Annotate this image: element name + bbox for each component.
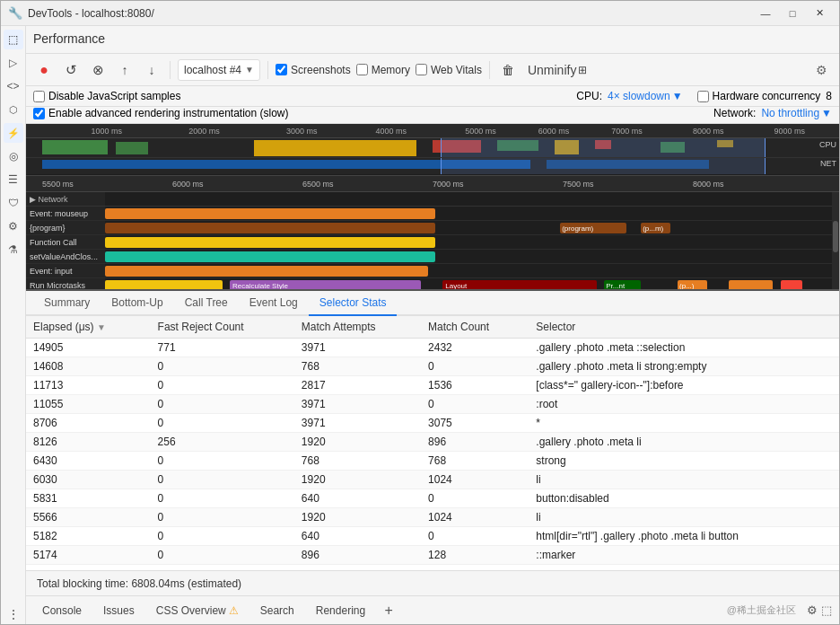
net-track-label: NET xyxy=(820,159,836,168)
memory-checkbox[interactable]: Memory xyxy=(356,64,410,76)
status-bar: Total blocking time: 6808.04ms (estimate… xyxy=(26,570,839,595)
stop-button[interactable]: ⊗ xyxy=(87,59,109,81)
sidebar-elements[interactable]: ⬚ xyxy=(4,30,23,49)
settings-icon-bottom[interactable]: ⚙ xyxy=(807,603,818,617)
disable-js-checkbox[interactable]: Disable JavaScript samples xyxy=(33,90,180,102)
refresh-button[interactable]: ↺ xyxy=(60,59,82,81)
enable-rendering-checkbox[interactable]: Enable advanced rendering instrumentatio… xyxy=(33,107,289,119)
bottom-tab-rendering[interactable]: Rendering xyxy=(307,601,374,621)
run-microtasks-row: Run Microtasks Recalculate Style Layout … xyxy=(26,278,839,291)
bottom-tab-issues[interactable]: Issues xyxy=(94,601,144,621)
tab-call-tree[interactable]: Call Tree xyxy=(174,291,239,316)
cell-match-count: 0 xyxy=(421,489,529,508)
cell-match-attempts: 1920 xyxy=(294,433,421,452)
detail-ruler: 5500 ms 6000 ms 6500 ms 7000 ms 7500 ms … xyxy=(26,176,839,192)
cell-elapsed: 6030 xyxy=(26,471,151,489)
sidebar-more[interactable]: ⋮ xyxy=(4,604,23,624)
cell-match-count: 0 xyxy=(421,395,529,414)
bottom-tab-search[interactable]: Search xyxy=(251,601,303,621)
cell-match-attempts: 1920 xyxy=(294,471,421,489)
col-elapsed[interactable]: Elapsed (μs) ▼ xyxy=(26,316,151,339)
overview-timeline[interactable]: 1000 ms 2000 ms 3000 ms 4000 ms 5000 ms … xyxy=(26,124,839,176)
bottom-bar: Console Issues CSS Overview ⚠ Search Ren… xyxy=(26,595,839,624)
tab-bottom-up[interactable]: Bottom-Up xyxy=(101,291,173,316)
maximize-button[interactable]: □ xyxy=(780,4,805,22)
warning-icon: ⚠ xyxy=(229,604,239,617)
sidebar-network[interactable]: ⬡ xyxy=(4,100,23,119)
cell-selector: :root xyxy=(529,395,839,414)
cpu-track: CPU xyxy=(26,138,839,158)
col-match-attempts[interactable]: Match Attempts xyxy=(294,316,421,339)
main-content: Performance ● ↺ ⊗ ↑ ↓ localhost #4 ▼ Scr… xyxy=(26,26,839,624)
web-vitals-checkbox[interactable]: Web Vitals xyxy=(416,64,482,76)
network-label: Network: xyxy=(713,107,756,119)
close-button[interactable]: ✕ xyxy=(807,4,832,22)
selector-stats-table-container[interactable]: Elapsed (μs) ▼ Fast Reject Count Match A… xyxy=(26,316,839,570)
window: 🔧 DevTools - localhost:8080/ — □ ✕ ⬚ ▷ <… xyxy=(0,0,840,625)
table-row: 14905 771 3971 2432 .gallery .photo .met… xyxy=(26,339,839,357)
cell-elapsed: 14905 xyxy=(26,339,151,357)
col-fast-reject[interactable]: Fast Reject Count xyxy=(151,316,294,339)
record-button[interactable]: ● xyxy=(33,59,55,81)
url-selector[interactable]: localhost #4 ▼ xyxy=(178,59,260,81)
bottom-bar-icons: ⚙ ⬚ xyxy=(807,603,832,617)
cell-selector: [class*=" gallery-icon--"]:before xyxy=(529,376,839,395)
col-selector[interactable]: Selector xyxy=(529,316,839,339)
network-arrow: ▼ xyxy=(821,107,832,119)
more-icon-bottom[interactable]: ⬚ xyxy=(821,603,832,617)
cpu-dropdown[interactable]: 4× slowdown ▼ xyxy=(608,90,683,102)
timeline-selection[interactable] xyxy=(441,138,766,157)
cpu-track-label: CPU xyxy=(819,140,836,149)
sidebar-settings[interactable]: ⚙ xyxy=(4,216,23,236)
add-tab-button[interactable]: + xyxy=(378,600,399,621)
table-row: 14608 0 768 0 .gallery .photo .meta li s… xyxy=(26,357,839,376)
cell-elapsed: 11713 xyxy=(26,376,151,395)
timeline-scrollbar[interactable] xyxy=(832,192,839,289)
table-row: 5174 0 896 128 ::marker xyxy=(26,546,839,565)
cell-match-count: 128 xyxy=(421,546,529,565)
sidebar-application[interactable]: ☰ xyxy=(4,170,23,189)
cell-fast-reject: 256 xyxy=(151,433,294,452)
sidebar-sources[interactable]: <> xyxy=(4,76,23,96)
cell-match-attempts: 1920 xyxy=(294,508,421,527)
set-value-row: setValueAndClos... xyxy=(26,250,839,264)
table-row: 11713 0 2817 1536 [class*=" gallery-icon… xyxy=(26,376,839,395)
col-match-count[interactable]: Match Count xyxy=(421,316,529,339)
timeline-scrollbar-thumb[interactable] xyxy=(833,221,838,252)
trash-button[interactable]: 🗑 xyxy=(497,59,519,81)
table-row: 8126 256 1920 896 .gallery .photo .meta … xyxy=(26,433,839,452)
timeline-ruler: 1000 ms 2000 ms 3000 ms 4000 ms 5000 ms … xyxy=(26,124,839,138)
settings-button[interactable]: ⚙ xyxy=(810,59,832,81)
unminify-button[interactable]: Unminify ⊞ xyxy=(524,59,591,81)
tab-selector-stats[interactable]: Selector Stats xyxy=(309,291,398,316)
bottom-tab-console[interactable]: Console xyxy=(33,601,91,621)
sidebar-memory[interactable]: ◎ xyxy=(4,146,23,166)
cell-elapsed: 5174 xyxy=(26,546,151,565)
hardware-checkbox[interactable]: Hardware concurrency xyxy=(697,90,821,102)
download-button[interactable]: ↓ xyxy=(141,59,162,81)
title-bar: 🔧 DevTools - localhost:8080/ — □ ✕ xyxy=(1,1,839,26)
sidebar-security[interactable]: 🛡 xyxy=(4,193,23,213)
sidebar-console[interactable]: ▷ xyxy=(4,53,23,73)
bottom-tab-css-overview[interactable]: CSS Overview ⚠ xyxy=(147,601,248,621)
cell-match-count: 1536 xyxy=(421,376,529,395)
cell-fast-reject: 0 xyxy=(151,452,294,471)
screenshots-checkbox[interactable]: Screenshots xyxy=(276,64,351,76)
network-dropdown[interactable]: No throttling ▼ xyxy=(761,107,832,119)
network-event-row: ▶ Network xyxy=(26,192,839,207)
table-row: 8706 0 3971 3075 * xyxy=(26,414,839,433)
detail-timeline[interactable]: 5500 ms 6000 ms 6500 ms 7000 ms 7500 ms … xyxy=(26,176,839,291)
sort-arrow-elapsed: ▼ xyxy=(97,322,106,332)
cell-fast-reject: 0 xyxy=(151,395,294,414)
sidebar-performance[interactable]: ⚡ xyxy=(4,123,23,143)
tab-event-log[interactable]: Event Log xyxy=(239,291,309,316)
cell-fast-reject: 771 xyxy=(151,339,294,357)
cell-selector: .gallery .photo .meta ::selection xyxy=(529,339,839,357)
cell-selector: li xyxy=(529,508,839,527)
upload-button[interactable]: ↑ xyxy=(114,59,136,81)
sidebar-experiments[interactable]: ⚗ xyxy=(4,240,23,260)
tab-summary[interactable]: Summary xyxy=(33,291,101,316)
toolbar-sep-3 xyxy=(489,61,490,79)
minimize-button[interactable]: — xyxy=(753,4,778,22)
table-header-row: Elapsed (μs) ▼ Fast Reject Count Match A… xyxy=(26,316,839,339)
